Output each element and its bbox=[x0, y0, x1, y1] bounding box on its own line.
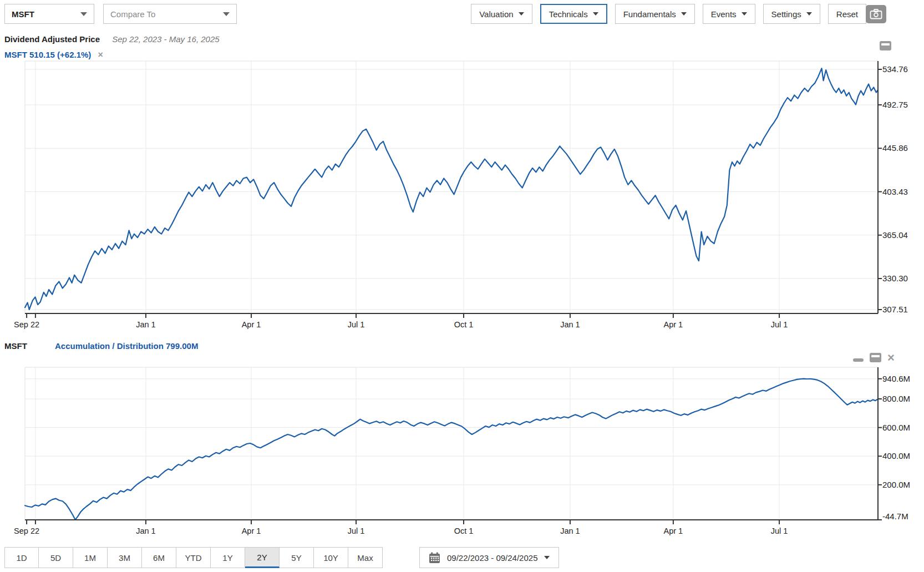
y-tick-label: 200.0M bbox=[882, 480, 910, 489]
chart1-plot-area[interactable] bbox=[25, 61, 878, 313]
y-tick-label: 445.86 bbox=[882, 143, 908, 153]
y-tick-label: 330.30 bbox=[882, 274, 908, 283]
range-button-bar: 1D 5D 1M 3M 6M YTD 1Y 2Y 5Y 10Y Max bbox=[4, 547, 383, 568]
x-tick-label: Jul 1 bbox=[348, 320, 365, 329]
x-tick-label: Apr 1 bbox=[664, 527, 683, 535]
y-tick-label: 307.51 bbox=[882, 305, 908, 314]
x-tick-label: Sep 22 bbox=[14, 527, 39, 535]
date-range-picker[interactable]: 09/22/2023 - 09/24/2025 bbox=[419, 547, 559, 568]
x-tick-label: Jul 1 bbox=[771, 320, 788, 329]
y-tick-label: 534.76 bbox=[882, 64, 908, 74]
y-tick-label: 492.75 bbox=[882, 100, 908, 109]
y-tick-label: -44.7M bbox=[882, 512, 908, 521]
range-button-ytd[interactable]: YTD bbox=[176, 547, 211, 568]
range-button-1y[interactable]: 1Y bbox=[211, 547, 245, 568]
range-button-max[interactable]: Max bbox=[348, 547, 383, 568]
range-button-5d[interactable]: 5D bbox=[39, 547, 73, 568]
x-tick-label: Jan 1 bbox=[560, 527, 580, 535]
range-button-10y[interactable]: 10Y bbox=[314, 547, 348, 568]
x-tick-label: Jan 1 bbox=[136, 320, 155, 329]
x-tick-label: Apr 1 bbox=[664, 320, 683, 329]
x-tick-label: Oct 1 bbox=[454, 320, 474, 329]
ad-chart: 940.6M800.0M600.0M400.0M200.0M-44.7MSep … bbox=[0, 336, 924, 544]
y-tick-label: 940.6M bbox=[882, 374, 910, 383]
range-button-1d[interactable]: 1D bbox=[4, 547, 39, 568]
y-tick-label: 600.0M bbox=[882, 423, 910, 432]
x-tick-label: Oct 1 bbox=[454, 527, 474, 535]
range-button-3m[interactable]: 3M bbox=[108, 547, 142, 568]
y-tick-label: 400.0M bbox=[882, 451, 910, 460]
x-tick-label: Jul 1 bbox=[348, 527, 365, 535]
range-button-6m[interactable]: 6M bbox=[142, 547, 176, 568]
chart2-plot-area[interactable] bbox=[25, 367, 878, 520]
acp-chart-app: MSFT Compare To Valuation Technicals Fun… bbox=[0, 0, 924, 572]
date-range-value: 09/22/2023 - 09/24/2025 bbox=[447, 553, 537, 563]
x-tick-label: Sep 22 bbox=[14, 320, 39, 329]
y-tick-label: 403.43 bbox=[882, 187, 908, 196]
x-tick-label: Jan 1 bbox=[136, 527, 155, 535]
calendar-icon bbox=[429, 552, 440, 564]
y-tick-label: 800.0M bbox=[882, 394, 910, 403]
range-button-2y[interactable]: 2Y bbox=[245, 547, 280, 568]
price-chart: 534.76492.75445.86403.43365.04330.30307.… bbox=[0, 0, 924, 336]
y-tick-label: 365.04 bbox=[882, 230, 908, 240]
x-tick-label: Apr 1 bbox=[242, 320, 261, 329]
x-tick-label: Apr 1 bbox=[242, 527, 261, 535]
x-tick-label: Jul 1 bbox=[771, 527, 788, 535]
x-tick-label: Jan 1 bbox=[560, 320, 580, 329]
range-button-1m[interactable]: 1M bbox=[73, 547, 108, 568]
chevron-down-icon bbox=[544, 556, 550, 559]
range-button-5y[interactable]: 5Y bbox=[280, 547, 314, 568]
